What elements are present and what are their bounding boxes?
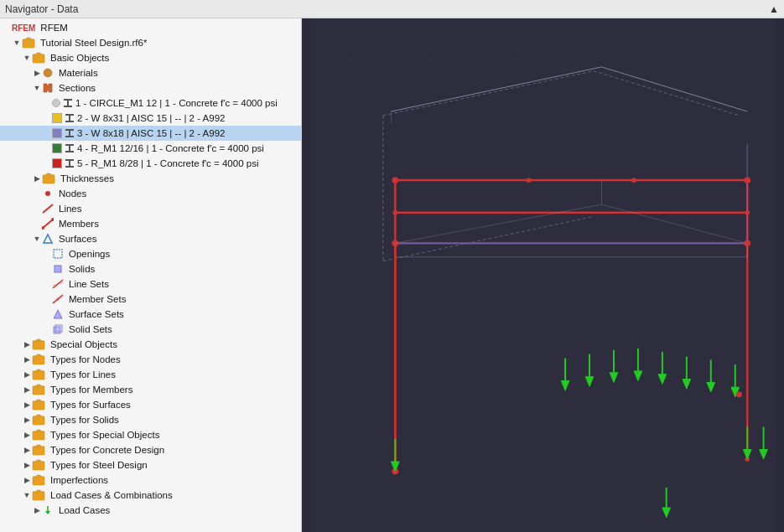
section-swatch — [52, 143, 62, 153]
tree-arrow[interactable]: ▼ — [32, 84, 42, 92]
tree-item-surface-sets[interactable]: Surface Sets — [0, 307, 301, 322]
tree-label: Surface Sets — [69, 309, 124, 319]
tree-arrow[interactable]: ▶ — [22, 385, 32, 394]
tree-item-member-sets[interactable]: Member Sets — [0, 292, 301, 307]
svg-rect-15 — [65, 159, 74, 161]
svg-rect-8 — [65, 121, 74, 122]
tree-label: Sections — [59, 83, 96, 93]
tree-item-sections[interactable]: ▼Sections — [0, 80, 301, 96]
tree-arrow[interactable]: ▶ — [22, 476, 32, 484]
tree-label: Types for Members — [50, 385, 132, 395]
section-swatch — [52, 99, 60, 107]
tree-item-sec3[interactable]: 3 - W 8x18 | AISC 15 | -- | 2 - A992 — [0, 126, 301, 141]
tree-icon — [32, 414, 48, 426]
tree-item-types-members[interactable]: ▶Types for Members — [0, 382, 301, 397]
tree-arrow[interactable]: ▶ — [22, 416, 32, 424]
svg-line-28 — [53, 282, 63, 286]
tree-arrow[interactable]: ▼ — [22, 491, 32, 499]
tree-arrow[interactable]: ▶ — [22, 461, 32, 469]
tree-item-materials[interactable]: ▶Materials — [0, 65, 301, 80]
tree-arrow[interactable]: ▼ — [32, 235, 42, 243]
svg-rect-13 — [69, 146, 70, 151]
tree-arrow[interactable]: ▶ — [22, 400, 32, 409]
tree-icon — [42, 233, 56, 245]
tree-arrow[interactable]: ▶ — [22, 340, 32, 349]
tree-arrow[interactable]: ▶ — [22, 431, 32, 439]
tree-label: Types for Steel Design — [50, 460, 148, 470]
tree-item-special-objects[interactable]: ▶Special Objects — [0, 337, 301, 352]
tree-label: Types for Concrete Design — [50, 445, 164, 455]
tree-item-sec2[interactable]: 2 - W 8x31 | AISC 15 | -- | 2 - A992 — [0, 111, 301, 126]
tree-item-load-cases[interactable]: ▶Load Cases — [0, 503, 301, 518]
tree-icon — [42, 188, 56, 199]
tree-item-imperfections[interactable]: ▶Imperfections — [0, 473, 301, 488]
tree-arrow[interactable]: ▶ — [22, 446, 32, 454]
tree-arrow[interactable]: ▼ — [22, 54, 32, 62]
svg-point-19 — [45, 191, 50, 196]
svg-rect-47 — [310, 18, 776, 532]
tree-label: RFEM — [40, 23, 68, 33]
svg-point-75 — [392, 210, 397, 215]
tree-item-solids[interactable]: Solids — [0, 261, 301, 276]
tree-arrow[interactable]: ▶ — [32, 506, 42, 514]
svg-rect-7 — [69, 116, 70, 121]
tree-item-nodes[interactable]: Nodes — [0, 186, 301, 201]
svg-point-76 — [745, 210, 750, 215]
tree-icon — [52, 293, 66, 305]
tree-item-thicknesses[interactable]: ▶Thicknesses — [0, 171, 301, 186]
tree-item-sec1[interactable]: 1 - CIRCLE_M1 12 | 1 - Concrete f'c = 40… — [0, 96, 301, 111]
tree-item-sec4[interactable]: 4 - R_M1 12/16 | 1 - Concrete f'c = 4000… — [0, 141, 301, 156]
tree-item-surfaces[interactable]: ▼Surfaces — [0, 231, 301, 246]
tree-item-sec5[interactable]: 5 - R_M1 8/28 | 1 - Concrete f'c = 4000 … — [0, 156, 301, 171]
tree-label: Types for Surfaces — [50, 400, 131, 410]
svg-point-50 — [511, 58, 513, 59]
svg-point-30 — [57, 298, 60, 301]
tree-icon — [32, 369, 48, 380]
tree-label: Lines — [59, 204, 82, 214]
tree-item-types-concrete[interactable]: ▶Types for Concrete Design — [0, 442, 301, 457]
svg-point-71 — [392, 177, 398, 183]
tree-arrow[interactable]: ▼ — [12, 39, 22, 47]
tree-item-tutorial[interactable]: ▼Tutorial Steel Design.rf6* — [0, 35, 301, 50]
tree-item-types-steel[interactable]: ▶Types for Steel Design — [0, 457, 301, 473]
tree-label: Line Sets — [69, 279, 109, 289]
tree-arrow[interactable]: ▶ — [22, 355, 32, 364]
tree-item-rfem[interactable]: RFEMRFEM — [0, 20, 301, 35]
tree-label: Types for Solids — [50, 415, 119, 425]
tree-item-types-surfaces[interactable]: ▶Types for Surfaces — [0, 397, 301, 412]
tree-item-openings[interactable]: Openings — [0, 246, 301, 261]
svg-rect-44 — [33, 492, 44, 500]
tree-label: Types for Nodes — [50, 354, 121, 364]
tree-item-lines[interactable]: Lines — [0, 201, 301, 216]
tree-arrow[interactable]: ▶ — [32, 69, 42, 77]
tree-icon — [42, 504, 56, 516]
tree-item-solid-sets[interactable]: Solid Sets — [0, 322, 301, 337]
tree-item-types-solids[interactable]: ▶Types for Solids — [0, 412, 301, 427]
tree-scroll[interactable]: RFEMRFEM▼Tutorial Steel Design.rf6*▼Basi… — [0, 18, 301, 532]
tree-item-members[interactable]: Members — [0, 216, 301, 231]
svg-rect-42 — [33, 462, 44, 470]
tree-arrow[interactable]: ▶ — [22, 370, 32, 379]
navigator-panel: RFEMRFEM▼Tutorial Steel Design.rf6*▼Basi… — [0, 18, 302, 532]
tree-item-line-sets[interactable]: Line Sets — [0, 276, 301, 292]
window-title: Navigator - Data — [5, 3, 78, 15]
section-icon — [63, 98, 73, 108]
tree-item-types-special[interactable]: ▶Types for Special Objects — [0, 427, 301, 442]
svg-point-49 — [431, 58, 433, 59]
tree-item-types-lines[interactable]: ▶Types for Lines — [0, 367, 301, 382]
svg-point-72 — [744, 177, 750, 183]
tree-arrow[interactable]: ▶ — [32, 174, 42, 183]
tree-item-load-cases-combo[interactable]: ▼Load Cases & Combinations — [0, 488, 301, 503]
svg-rect-12 — [65, 144, 74, 146]
tree-item-types-nodes[interactable]: ▶Types for Nodes — [0, 352, 301, 367]
svg-point-2 — [44, 69, 52, 77]
tree-label: Nodes — [59, 189, 86, 199]
svg-rect-38 — [33, 401, 44, 410]
tree-icon — [32, 399, 48, 411]
tree-item-basic-objects[interactable]: ▼Basic Objects — [0, 50, 301, 65]
tree-icon — [32, 459, 48, 471]
svg-rect-16 — [69, 161, 70, 166]
svg-rect-11 — [65, 136, 74, 137]
svg-rect-10 — [69, 131, 70, 136]
section-swatch — [52, 113, 62, 123]
